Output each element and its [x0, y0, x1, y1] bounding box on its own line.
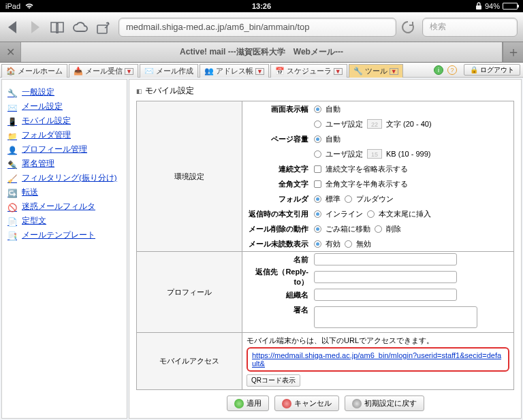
help-icon[interactable]: ? [447, 65, 457, 75]
sidebar-item-signature[interactable]: ✒️署名管理 [6, 157, 123, 171]
url-bar[interactable]: medmail.shiga-med.ac.jp/am6_bin/ammain/t… [118, 18, 396, 37]
reset-button[interactable]: 初期設定に戻す [345, 395, 424, 411]
sidebar-item-filter[interactable]: 🧹フィルタリング(振り分け) [6, 171, 123, 185]
section-env: 環境設定 [137, 101, 242, 252]
app-toolbar: 🏠メールホーム 📥メール受信▼ ✉️メール作成 👥アドレス帳▼ 📅スケジューラ▼… [0, 63, 523, 78]
sidebar: 🔧一般設定 ✉️メール設定 📱モバイル設定 📁フォルダ管理 👤プロフィール管理 … [1, 79, 127, 419]
sidebar-item-template[interactable]: 📄定型文 [6, 214, 123, 228]
tab-mail-compose[interactable]: ✉️メール作成 [140, 64, 198, 78]
svg-rect-0 [476, 5, 481, 10]
sidebar-item-general[interactable]: 🔧一般設定 [6, 85, 123, 99]
input-width-num[interactable]: 22 [367, 119, 382, 129]
battery-icon [503, 3, 518, 10]
radio-page-user[interactable] [314, 150, 321, 158]
search-input[interactable]: 検索 [422, 18, 518, 37]
browser-tabbar: ✕ Active! mail ---滋賀医科大学 Webメール--- ＋ [0, 42, 523, 63]
radio-quote-inline[interactable] [314, 210, 321, 218]
tab-mail-receive[interactable]: 📥メール受信▼ [69, 64, 138, 78]
input-signature[interactable] [314, 306, 477, 328]
radio-page-auto[interactable] [314, 135, 321, 143]
reload-icon[interactable] [400, 20, 415, 35]
lock-icon [475, 2, 482, 10]
mobile-url-box: https://medmail.shiga-med.ac.jp/am6_bin/… [247, 347, 509, 372]
cloud-icon[interactable] [72, 20, 89, 35]
input-page-num[interactable]: 15 [367, 149, 382, 159]
input-name[interactable] [314, 253, 457, 265]
webmail-app: 🏠メールホーム 📥メール受信▼ ✉️メール作成 👥アドレス帳▼ 📅スケジューラ▼… [0, 63, 523, 420]
safari-toolbar: medmail.shiga-med.ac.jp/am6_bin/ammain/t… [0, 12, 523, 42]
tab-title[interactable]: Active! mail ---滋賀医科大学 Webメール--- [20, 42, 503, 62]
x-icon [282, 399, 291, 408]
reset-icon [352, 399, 362, 408]
sidebar-item-mail[interactable]: ✉️メール設定 [6, 99, 123, 114]
wifi-icon [25, 3, 34, 10]
section-mobile: モバイルアクセス [137, 333, 242, 390]
help-area: i ? [434, 63, 457, 77]
tab-tools[interactable]: 🔧ツール▼ [349, 64, 403, 78]
section-profile: プロフィール [137, 252, 242, 333]
sidebar-item-mailtmpl[interactable]: 📑メールテンプレート [6, 228, 123, 242]
device-label: iPad [5, 2, 20, 10]
sidebar-item-spam[interactable]: 🚫迷惑メールフィルタ [6, 199, 123, 214]
check-icon [234, 399, 244, 408]
sidebar-item-mobile[interactable]: 📱モバイル設定 [6, 114, 123, 128]
radio-unread-off[interactable] [345, 240, 352, 248]
radio-folder-pd[interactable] [345, 195, 352, 203]
checkbox-full[interactable] [314, 180, 321, 188]
forward-button[interactable] [27, 20, 42, 35]
apply-button[interactable]: 適用 [227, 395, 269, 411]
radio-quote-end[interactable] [367, 210, 375, 218]
sidebar-item-folder[interactable]: 📁フォルダ管理 [6, 128, 123, 142]
tab-mail-home[interactable]: 🏠メールホーム [1, 64, 67, 78]
tab-add-button[interactable]: ＋ [503, 42, 523, 62]
mobile-url-link[interactable]: https://medmail.shiga-med.ac.jp/am6_bin/… [252, 351, 501, 368]
settings-table: 環境設定 画面表示幅 自動 ユーザ設定 22 文字 (20 - 40) [136, 101, 514, 390]
tab-scheduler[interactable]: 📅スケジューラ▼ [270, 64, 347, 78]
mobile-note: モバイル端末からは、以下のURLでアクセスできます。 [247, 336, 509, 346]
cancel-button[interactable]: キャンセル [274, 395, 339, 411]
radio-unread-on[interactable] [314, 240, 321, 248]
checkbox-cont[interactable] [314, 165, 321, 173]
qr-button[interactable]: QRコード表示 [247, 374, 300, 387]
tab-addressbook[interactable]: 👥アドレス帳▼ [200, 64, 269, 78]
radio-width-auto[interactable] [314, 106, 321, 113]
battery-pct: 94% [485, 2, 500, 10]
radio-del-now[interactable] [375, 225, 382, 233]
bookmarks-icon[interactable] [49, 20, 65, 35]
action-bar: 適用 キャンセル 初期設定に戻す [136, 395, 514, 411]
status-icon[interactable]: i [434, 65, 443, 75]
input-org[interactable] [314, 289, 457, 301]
logout-button[interactable]: 🔒ログアウト [464, 64, 520, 76]
radio-width-user[interactable] [314, 120, 321, 128]
content-area: モバイル設定 環境設定 画面表示幅 自動 ユーザ設定 22 [129, 79, 522, 419]
sidebar-item-profile[interactable]: 👤プロフィール管理 [6, 142, 123, 157]
page-title: モバイル設定 [136, 85, 514, 97]
ios-status-bar: iPad 13:26 94% [0, 0, 523, 12]
sidebar-item-forward[interactable]: ↪️転送 [6, 185, 123, 199]
clock: 13:26 [74, 2, 449, 10]
radio-folder-std[interactable] [314, 195, 321, 203]
input-replyto[interactable] [314, 271, 457, 283]
tab-close-button[interactable]: ✕ [0, 42, 20, 62]
share-icon[interactable] [95, 20, 112, 35]
back-button[interactable] [5, 20, 20, 35]
radio-del-trash[interactable] [314, 225, 321, 233]
svg-rect-1 [97, 25, 107, 33]
